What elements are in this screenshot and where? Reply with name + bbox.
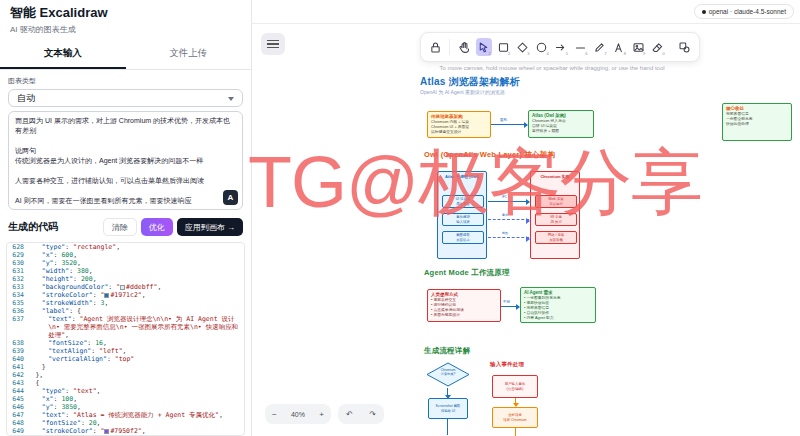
shape-atlas-box[interactable]: Atlas (Owl 架构) Chromium 移入后台 自研 UI 渲染层 事…	[528, 110, 594, 138]
chart-type-value: 自动	[17, 92, 35, 105]
shape-coord-box[interactable]: 坐标转换转发 Chromium	[492, 407, 538, 428]
tabs: 文本输入 文件上传	[0, 41, 251, 70]
shape-inner-box[interactable]: Blink 渲染后台运行	[535, 195, 577, 208]
canvas-hint: To move canvas, hold mouse wheel or spac…	[372, 65, 732, 71]
sidebar: 智能 Excalidraw AI 驱动的图表生成 文本输入 文件上传 图表类型 …	[0, 0, 252, 436]
eraser-icon[interactable]: 0	[649, 38, 665, 56]
diagram-title-agent[interactable]: Agent Mode 工作流原理	[424, 268, 510, 278]
diamond-icon[interactable]: 3	[514, 38, 530, 56]
code-editor[interactable]: 628"type": "rectangle",629"x": 600,630"y…	[6, 242, 245, 436]
box-title: 人类使用方式	[431, 292, 497, 297]
shape-old-browser-box[interactable]: 传统浏览器架构 Chromium 内核 + 渲染 Chromium UI + 界…	[427, 111, 491, 138]
excalidraw-toolbar: 1234567890	[420, 32, 700, 62]
arrow-shape[interactable]	[491, 124, 527, 125]
app-title: 智能 Excalidraw	[10, 4, 241, 22]
text-style-button[interactable]: A	[223, 190, 238, 205]
box-title: AI Agent 需求	[524, 290, 592, 295]
arrow-shape[interactable]	[488, 237, 529, 238]
model-label: openai · claude-4.5-sonnet	[709, 8, 786, 15]
diagram-subtitle-1[interactable]: OpenAI 为 AI Agent 重新设计的浏览器	[420, 89, 505, 95]
menu-button[interactable]	[261, 33, 285, 55]
text-icon[interactable]: 8	[611, 38, 627, 56]
zoom-control: − 40% +	[265, 404, 331, 424]
generated-code-bar: 生成的代码 清除 优化 应用到画布 →	[0, 210, 251, 242]
box-title: Atlas (Owl 架构)	[532, 113, 590, 118]
shape-inner-box[interactable]: 网络 / 存储页面加载	[535, 231, 577, 244]
line-icon[interactable]: 6	[572, 38, 588, 56]
zoom-value[interactable]: 40%	[291, 411, 305, 418]
shape-inner-box[interactable]: 截图提取页面状态	[442, 231, 484, 244]
ellipse-icon[interactable]: 4	[533, 38, 549, 56]
lock-icon[interactable]	[427, 38, 443, 56]
generated-code-heading: 生成的代码	[8, 220, 99, 234]
arrow-label: 重构	[500, 118, 507, 122]
chart-type-label: 图表类型	[8, 76, 243, 86]
shape-inner-box[interactable]: V8 引擎JS 执行	[535, 213, 577, 226]
box-title: 传统浏览器架构	[431, 114, 487, 119]
shapes-icon[interactable]	[677, 38, 693, 56]
zoom-out-button[interactable]: −	[272, 410, 277, 419]
container-title: Chromium 实例	[531, 172, 579, 179]
rectangle-icon[interactable]: 2	[495, 38, 511, 56]
arrow-shape[interactable]	[488, 201, 529, 202]
undo-button[interactable]: ↶	[346, 410, 353, 419]
arrow-shape[interactable]	[501, 306, 519, 307]
optimize-button[interactable]: 优化	[141, 218, 173, 236]
prompt-area: 而且因为 UI 展示的需求，对上游 Chromium 的技术优势，开发成本也有差…	[8, 111, 243, 210]
arrow-label: IPC	[502, 195, 507, 199]
diagram-title-flow[interactable]: 生成流程详解	[424, 346, 470, 356]
canvas[interactable]: openai · claude-4.5-sonnet 1234567890 To…	[252, 0, 800, 436]
chevron-down-icon	[228, 97, 234, 101]
clear-button[interactable]: 清除	[103, 218, 137, 236]
arrow-shape[interactable]	[515, 398, 516, 406]
shape-human-box[interactable]: 人类使用方式 • 需要各种交互 • 进行辅助认知 • 点击菜单弹出阅读 • 界面…	[427, 289, 501, 322]
connector-line[interactable]	[447, 419, 448, 435]
shape-inner-box[interactable]: 事件捕获输入转发	[442, 213, 484, 226]
zoom-in-button[interactable]: +	[319, 410, 324, 419]
connector-line[interactable]	[515, 428, 516, 436]
container-title: Atlas 主进程 (Owl)	[438, 172, 486, 179]
tab-file-upload[interactable]: 文件上传	[126, 41, 252, 69]
arrow-label: 事件	[502, 213, 508, 217]
status-dot-icon	[702, 10, 706, 14]
model-selector[interactable]: openai · claude-4.5-sonnet	[694, 4, 794, 19]
diagram-title-1[interactable]: Atlas 浏览器架构解析	[420, 75, 520, 89]
app-root: 智能 Excalidraw AI 驱动的图表生成 文本输入 文件上传 图表类型 …	[0, 0, 800, 436]
shape-screenshot-box[interactable]: Screenshot 截取传输给 UI	[428, 398, 468, 419]
history-control: ↶ ↷	[338, 404, 384, 424]
apply-to-canvas-button[interactable]: 应用到画布 →	[177, 218, 243, 236]
shape-chromium-container[interactable]: Chromium 实例 Blink 渲染后台运行 V8 引擎JS 执行 网络 /…	[530, 171, 580, 259]
arrow-shape[interactable]	[488, 219, 529, 220]
arrow-icon[interactable]: 5	[553, 38, 569, 56]
arrow-label: 不同	[503, 300, 510, 304]
chart-type-select[interactable]: 自动	[8, 89, 243, 107]
shape-benefit-box[interactable]: 核心收益 完整界面信息 一张图全部元素 快速响应处理	[722, 103, 792, 141]
selection-icon[interactable]: 1	[476, 38, 492, 56]
shape-agent-box[interactable]: AI Agent 需求 • 一张图看到所有元素 • 需要快速响应 • 完整界面信…	[520, 287, 596, 323]
flow-right-title[interactable]: 输入事件处理	[490, 361, 524, 368]
shape-inner-box[interactable]: UI 渲染层原生界面	[442, 195, 484, 208]
box-title: 核心收益	[726, 106, 788, 111]
hand-icon[interactable]	[456, 38, 472, 56]
diagram-title-owl[interactable]: Owl (OpenAI's Web Layer) 核心架构	[424, 150, 555, 160]
arrow-shape[interactable]	[447, 388, 448, 398]
shape-input-event-box[interactable]: 用户输入事件(点击/键盘)	[492, 375, 538, 398]
shape-atlas-process-container[interactable]: Atlas 主进程 (Owl) UI 渲染层原生界面 事件捕获输入转发 截图提取…	[437, 171, 487, 259]
sidebar-header: 智能 Excalidraw AI 驱动的图表生成	[0, 0, 251, 37]
arrow-label: 截图	[502, 231, 508, 235]
code-lines: 628"type": "rectangle",629"x": 600,630"y…	[7, 243, 244, 436]
image-icon[interactable]: 9	[630, 38, 646, 56]
prompt-textarea[interactable]: 而且因为 UI 展示的需求，对上游 Chromium 的技术优势，开发成本也有差…	[8, 111, 243, 210]
tab-text-input[interactable]: 文本输入	[0, 41, 126, 69]
diamond-label: Chromium渲染完成?	[432, 368, 464, 376]
redo-button[interactable]: ↷	[369, 410, 376, 419]
draw-icon[interactable]: 7	[591, 38, 607, 56]
chart-type-field: 图表类型 自动	[0, 70, 251, 107]
app-subtitle: AI 驱动的图表生成	[10, 24, 241, 35]
